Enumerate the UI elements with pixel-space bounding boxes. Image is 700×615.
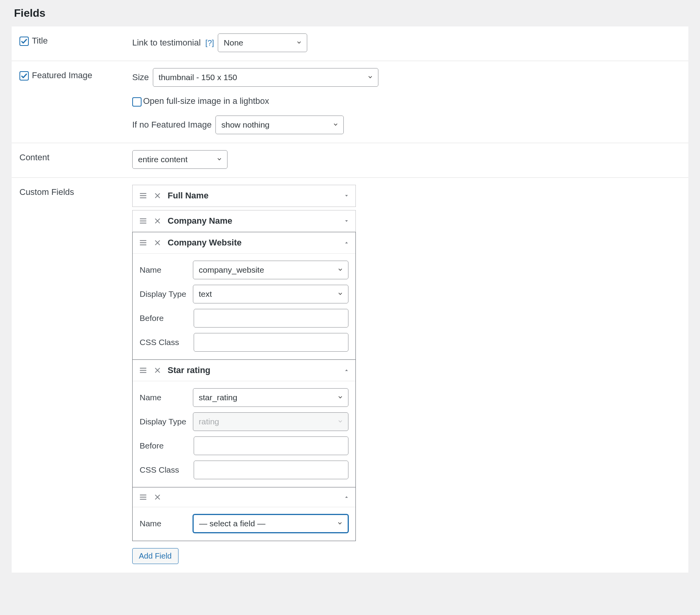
drag-handle-icon[interactable] [139, 217, 147, 225]
custom-field-body: Namestar_ratingDisplay TyperatingBeforeC… [133, 381, 355, 487]
field-cssclass-label: CSS Class [140, 338, 194, 347]
panel-title: Fields [12, 0, 688, 26]
custom-field-item: Name— select a field — [132, 487, 356, 541]
field-type-label: Display Type [140, 417, 193, 426]
chevron-down-icon [337, 519, 343, 528]
field-cssclass-input[interactable] [194, 461, 348, 479]
field-name-select[interactable]: — select a field — [193, 514, 348, 533]
field-before-input[interactable] [194, 436, 348, 455]
featured-image-label: Featured Image [32, 70, 92, 81]
content-label: Content [19, 152, 49, 163]
custom-field-header[interactable]: Full Name [133, 185, 355, 207]
svg-marker-17 [345, 242, 348, 244]
remove-field-icon[interactable] [154, 239, 161, 247]
link-to-testimonial-select[interactable]: None [218, 33, 307, 52]
chevron-down-icon [337, 393, 343, 402]
drag-handle-icon[interactable] [139, 366, 147, 375]
toggle-field-icon[interactable] [344, 240, 349, 245]
toggle-field-icon[interactable] [344, 494, 349, 500]
size-select[interactable]: thumbnail - 150 x 150 [153, 68, 378, 87]
field-type-label: Display Type [140, 289, 193, 299]
chevron-down-icon [337, 417, 343, 426]
svg-marker-5 [345, 195, 348, 196]
custom-field-header[interactable]: Company Name [133, 210, 355, 232]
custom-field-header[interactable] [133, 487, 355, 507]
row-content: Content entire content [12, 143, 688, 177]
row-title: Title Link to testimonial [?] None [12, 26, 688, 61]
custom-field-title: Star rating [168, 365, 210, 375]
link-to-testimonial-label: Link to testimonial [132, 38, 201, 48]
fallback-label: If no Featured Image [132, 120, 212, 130]
size-label: Size [132, 72, 149, 82]
drag-handle-icon[interactable] [139, 493, 147, 501]
chevron-down-icon [367, 73, 373, 82]
toggle-field-icon[interactable] [344, 368, 349, 373]
field-before-label: Before [140, 314, 194, 323]
drag-handle-icon[interactable] [139, 238, 147, 247]
custom-field-title: Company Website [168, 238, 242, 248]
custom-field-title: Full Name [168, 191, 208, 201]
field-before-input[interactable] [194, 309, 348, 328]
field-name-label: Name [140, 393, 193, 402]
field-type-select: rating [193, 412, 348, 431]
custom-field-item: Company Name [132, 210, 356, 232]
chevron-down-icon [337, 265, 343, 275]
custom-field-body: Namecompany_websiteDisplay TypetextBefor… [133, 254, 355, 359]
help-link[interactable]: [?] [205, 39, 214, 47]
toggle-field-icon[interactable] [344, 193, 349, 198]
custom-field-item: Full Name [132, 185, 356, 207]
chevron-down-icon [216, 155, 222, 164]
custom-field-header[interactable]: Company Website [133, 232, 355, 254]
custom-field-item: Company WebsiteNamecompany_websiteDispla… [132, 232, 356, 360]
field-before-label: Before [140, 441, 194, 450]
svg-marker-29 [345, 496, 348, 498]
field-name-select[interactable]: company_website [193, 261, 348, 279]
remove-field-icon[interactable] [154, 493, 161, 501]
custom-fields-list: Full NameCompany NameCompany WebsiteName… [132, 185, 356, 541]
field-name-select[interactable]: star_rating [193, 388, 348, 407]
remove-field-icon[interactable] [154, 192, 161, 200]
custom-field-body: Name— select a field — [133, 507, 355, 541]
remove-field-icon[interactable] [154, 217, 161, 225]
row-custom-fields: Custom Fields Full NameCompany NameCompa… [12, 177, 688, 573]
row-featured-image: Featured Image Size thumbnail - 150 x 15… [12, 61, 688, 143]
title-label: Title [32, 36, 48, 46]
fallback-select[interactable]: show nothing [215, 116, 344, 134]
chevron-down-icon [337, 289, 343, 299]
custom-field-item: Star ratingNamestar_ratingDisplay Typera… [132, 359, 356, 487]
field-name-label: Name [140, 519, 193, 528]
svg-marker-11 [345, 220, 348, 222]
lightbox-label: Open full-size image in a lightbox [143, 96, 269, 106]
field-type-select[interactable]: text [193, 285, 348, 303]
svg-marker-23 [345, 370, 348, 371]
toggle-field-icon[interactable] [344, 218, 349, 224]
remove-field-icon[interactable] [154, 366, 161, 374]
chevron-down-icon [332, 120, 339, 130]
content-select[interactable]: entire content [132, 150, 228, 169]
featured-image-checkbox[interactable] [19, 71, 29, 81]
field-cssclass-label: CSS Class [140, 465, 194, 475]
field-name-label: Name [140, 265, 193, 275]
chevron-down-icon [296, 38, 302, 47]
title-checkbox[interactable] [19, 37, 29, 46]
lightbox-checkbox[interactable] [132, 97, 142, 107]
drag-handle-icon[interactable] [139, 191, 147, 200]
add-field-button[interactable]: Add Field [132, 548, 178, 564]
field-cssclass-input[interactable] [194, 333, 348, 352]
custom-field-header[interactable]: Star rating [133, 360, 355, 381]
custom-field-title: Company Name [168, 216, 232, 226]
fields-panel: Title Link to testimonial [?] None Featu… [12, 26, 688, 573]
custom-fields-label: Custom Fields [19, 187, 74, 197]
